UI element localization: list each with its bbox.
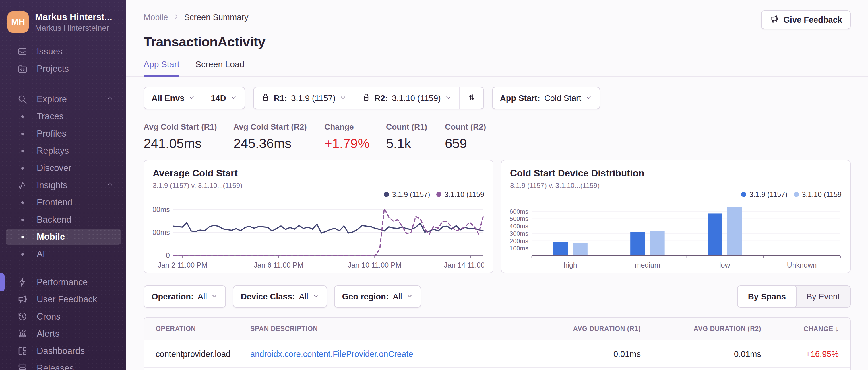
sidebar-item-label: Releases	[37, 363, 74, 370]
sidebar-item-ai[interactable]: AI	[0, 245, 126, 263]
breadcrumb-mobile[interactable]: Mobile	[144, 12, 168, 22]
sidebar-item-user-feedback[interactable]: User Feedback	[0, 291, 126, 308]
sidebar-item-label: Dashboards	[37, 346, 85, 356]
date-range-filter[interactable]: 14D	[203, 88, 244, 109]
stat-value: 241.05ms	[144, 136, 234, 151]
legend-item-r2[interactable]: 3.1.10 (1159	[436, 191, 484, 199]
sidebar-item-replays[interactable]: Replays	[0, 142, 126, 160]
chevron-down-icon	[445, 94, 452, 103]
svg-text:500ms: 500ms	[510, 215, 528, 222]
column-header-avg-duration-r2[interactable]: AVG DURATION (R2)	[641, 325, 761, 333]
sidebar-item-label: Performance	[37, 277, 88, 288]
sidebar-item-frontend[interactable]: Frontend	[0, 194, 126, 211]
sidebar-item-discover[interactable]: Discover	[0, 160, 126, 177]
summary-stats: Avg Cold Start (R1) 241.05ms Avg Cold St…	[144, 123, 851, 151]
legend-label: 3.1.9 (1157)	[392, 191, 430, 199]
table-row-partial	[144, 368, 850, 370]
chart-title: Average Cold Start	[153, 168, 484, 179]
user-org: Markus Hintersteiner	[35, 24, 121, 33]
release-r1-value: 3.1.9 (1157)	[291, 94, 335, 103]
breadcrumb: Mobile Screen Summary	[144, 12, 248, 22]
cell-span-description-link[interactable]: androidx.core.content.FileProvider.onCre…	[250, 349, 520, 359]
stat-label: Avg Cold Start (R2)	[234, 123, 324, 132]
swap-releases-button[interactable]	[459, 88, 484, 109]
appstart-filter-value: Cold Start	[544, 94, 581, 103]
page-title: TransactionActivity	[144, 34, 851, 49]
avatar[interactable]: MH	[7, 11, 29, 33]
user-menu[interactable]: MH Markus Hinterst... Markus Hinterstein…	[0, 0, 126, 33]
sidebar-item-profiles[interactable]: Profiles	[0, 125, 126, 142]
sidebar-item-mobile[interactable]: Mobile	[0, 228, 126, 245]
table-header-row: OPERATION SPAN DESCRIPTION AVG DURATION …	[144, 317, 850, 340]
stat-value: 245.36ms	[234, 136, 324, 151]
legend-dot	[384, 192, 389, 197]
column-header-change[interactable]: CHANGE↓	[761, 325, 850, 333]
give-feedback-button[interactable]: Give Feedback	[761, 10, 851, 29]
tab-screen-load[interactable]: Screen Load	[195, 59, 244, 76]
cell-avg-duration-r1: 0.01ms	[520, 349, 641, 359]
stat-avg-cold-start-r2: Avg Cold Start (R2) 245.36ms	[234, 123, 324, 151]
table-row[interactable]: contentprovider.load androidx.core.conte…	[144, 340, 850, 368]
bar-chart[interactable]: 100ms200ms300ms400ms500ms600mshighmedium…	[510, 199, 842, 271]
column-header-avg-duration-r1[interactable]: AVG DURATION (R1)	[520, 325, 641, 333]
sidebar-nav: Issues Projects Explore Traces	[0, 43, 126, 370]
sidebar-item-alerts[interactable]: Alerts	[0, 325, 126, 342]
svg-text:medium: medium	[635, 261, 660, 269]
chevron-up-icon	[106, 94, 114, 104]
bullet-icon	[17, 115, 28, 118]
sidebar-item-performance[interactable]: Performance	[0, 274, 126, 291]
operation-filter[interactable]: Operation: All	[144, 286, 225, 307]
tab-app-start[interactable]: App Start	[144, 59, 179, 76]
sidebar-item-crons[interactable]: Crons	[0, 308, 126, 325]
svg-text:Jan 2 11:00 PM: Jan 2 11:00 PM	[158, 261, 207, 269]
column-header-span-description[interactable]: SPAN DESCRIPTION	[250, 325, 520, 333]
bullet-icon	[17, 133, 28, 135]
sidebar-item-label: User Feedback	[37, 294, 97, 305]
sidebar-item-backend[interactable]: Backend	[0, 211, 126, 228]
sidebar-item-traces[interactable]: Traces	[0, 108, 126, 125]
appstart-type-filter[interactable]: App Start: Cold Start	[493, 88, 600, 109]
app-window: MH Markus Hinterst... Markus Hinterstein…	[0, 0, 868, 370]
geo-region-filter[interactable]: Geo region: All	[335, 286, 421, 307]
sidebar-item-insights[interactable]: Insights	[0, 177, 126, 194]
geo-region-filter-label: Geo region:	[342, 292, 389, 301]
sidebar-item-releases[interactable]: Releases	[0, 360, 126, 370]
release-r1-selector[interactable]: R1: 3.1.9 (1157)	[254, 88, 354, 109]
release-r2-selector[interactable]: R2: 3.1.10 (1159)	[354, 88, 459, 109]
sidebar-item-issues[interactable]: Issues	[0, 43, 126, 60]
toggle-by-spans[interactable]: By Spans	[737, 285, 797, 308]
toggle-by-event[interactable]: By Event	[796, 286, 850, 307]
svg-text:100ms: 100ms	[510, 245, 528, 252]
environment-filter-value: All Envs	[152, 94, 184, 103]
device-distribution-chart-card: Cold Start Device Distribution 3.1.9 (11…	[501, 160, 851, 273]
svg-text:200ms: 200ms	[153, 228, 170, 236]
svg-text:0: 0	[166, 251, 170, 259]
legend-item-r1[interactable]: 3.1.9 (1157)	[384, 191, 430, 199]
sidebar-item-projects[interactable]: Projects	[0, 60, 126, 77]
stat-label: Count (R2)	[445, 123, 486, 132]
sidebar-item-label: Traces	[37, 111, 64, 122]
line-chart[interactable]: 0200ms400msJan 2 11:00 PMJan 6 11:00 PMJ…	[153, 199, 484, 271]
chevron-down-icon	[406, 292, 413, 301]
legend-item-r2[interactable]: 3.1.10 (1159	[794, 191, 842, 199]
geo-region-filter-value: All	[393, 292, 402, 301]
sidebar: MH Markus Hinterst... Markus Hinterstein…	[0, 0, 126, 370]
sidebar-item-label: Insights	[37, 180, 67, 191]
bullet-icon	[17, 236, 28, 238]
device-class-filter-value: All	[299, 292, 308, 301]
release-r2-value: 3.1.10 (1159)	[392, 94, 441, 103]
column-header-operation[interactable]: OPERATION	[144, 325, 250, 333]
sidebar-item-dashboards[interactable]: Dashboards	[0, 342, 126, 360]
environment-filter[interactable]: All Envs	[144, 88, 203, 109]
projects-icon	[17, 64, 28, 74]
device-class-filter[interactable]: Device Class: All	[234, 286, 327, 307]
svg-text:600ms: 600ms	[510, 208, 528, 215]
stack-icon	[17, 363, 28, 370]
sidebar-item-explore[interactable]: Explore	[0, 91, 126, 108]
svg-text:high: high	[564, 261, 577, 269]
megaphone-icon	[17, 294, 28, 305]
chart-legend: 3.1.9 (1157) 3.1.10 (1159	[153, 190, 484, 199]
page-filter-bar: All Envs 14D R1: 3.1.9 (1157)	[144, 87, 851, 109]
legend-item-r1[interactable]: 3.1.9 (1157)	[741, 191, 787, 199]
release-r2-label: R2:	[375, 94, 388, 103]
